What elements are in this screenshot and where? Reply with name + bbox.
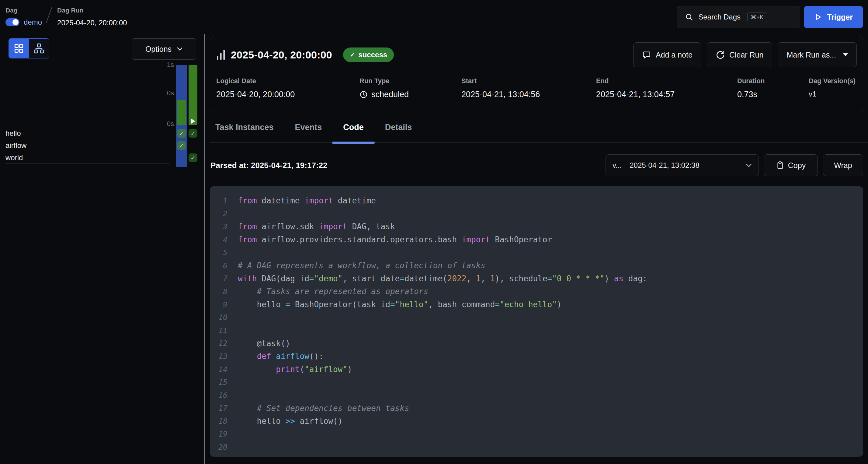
add-note-label: Add a note bbox=[656, 51, 692, 59]
task-label-world[interactable]: world bbox=[5, 154, 23, 162]
line-number: 16 bbox=[210, 391, 227, 400]
airflow-dag-run-page: Dag demo Dag Run 2025-04-20, 20:00:00 Se… bbox=[0, 0, 868, 464]
line-number: 5 bbox=[210, 248, 227, 257]
tab-code[interactable]: Code bbox=[343, 114, 364, 143]
code-line: 5 bbox=[210, 246, 863, 259]
task-instance-square-hello[interactable]: ✓ bbox=[189, 129, 197, 138]
duration-axis-label: 1s bbox=[161, 61, 174, 69]
breadcrumb: Dag demo Dag Run 2025-04-20, 20:00:00 bbox=[5, 4, 127, 34]
line-number: 7 bbox=[210, 274, 227, 283]
dag-code-block[interactable]: 1from datetime import datetime23from air… bbox=[210, 186, 863, 457]
line-number: 20 bbox=[210, 443, 227, 452]
dag-run-header-panel: 2025-04-20, 20:00:00 ✓ success Add a not… bbox=[210, 36, 863, 113]
line-number: 17 bbox=[210, 404, 227, 412]
wrap-label: Wrap bbox=[834, 161, 852, 170]
line-number: 13 bbox=[210, 352, 227, 361]
duration-axis-label: 0s bbox=[161, 89, 174, 97]
search-icon bbox=[685, 13, 693, 21]
meta-value: 0.73s bbox=[737, 90, 809, 99]
dag-run-breadcrumb-value: 2025-04-20, 20:00:00 bbox=[57, 19, 127, 27]
add-note-button[interactable]: Add a note bbox=[633, 42, 701, 67]
line-number: 6 bbox=[210, 261, 227, 270]
line-number: 11 bbox=[210, 326, 227, 335]
line-number: 15 bbox=[210, 378, 227, 387]
code-line: 4from airflow.providers.standard.operato… bbox=[210, 233, 863, 246]
run-meta: Logical Date2025-04-20, 20:00:00Run Type… bbox=[216, 77, 857, 99]
code-line: 15 bbox=[210, 376, 863, 389]
task-instance-square-hello[interactable]: ✓ bbox=[177, 129, 186, 138]
code-line: 10 bbox=[210, 311, 863, 324]
tab-details[interactable]: Details bbox=[385, 114, 412, 143]
mark-run-as-button[interactable]: Mark Run as... bbox=[778, 42, 857, 67]
code-line: 13 def airflow(): bbox=[210, 350, 863, 363]
toggle-knob bbox=[12, 19, 19, 25]
search-dags-button[interactable]: Search Dags ⌘+K bbox=[677, 6, 800, 28]
line-number: 19 bbox=[210, 430, 227, 438]
clock-icon bbox=[360, 90, 368, 99]
search-shortcut-kbd: ⌘+K bbox=[747, 12, 767, 22]
dag-version-select[interactable]: v... 2025-04-21, 13:02:38 bbox=[606, 154, 759, 176]
run-meta-field: End2025-04-21, 13:04:57 bbox=[596, 77, 737, 99]
meta-label: Duration bbox=[737, 77, 809, 85]
refresh-icon bbox=[716, 50, 725, 59]
tab-task-instances[interactable]: Task Instances bbox=[215, 114, 274, 143]
code-line: 9 hello = BashOperator(task_id="hello", … bbox=[210, 298, 863, 311]
task-row-separator bbox=[5, 139, 170, 139]
meta-label: Start bbox=[461, 77, 596, 85]
meta-label: Logical Date bbox=[216, 77, 360, 85]
clear-run-button[interactable]: Clear Run bbox=[707, 42, 773, 67]
dag-breadcrumb-label: Dag bbox=[5, 4, 42, 14]
dag-name-link[interactable]: demo bbox=[24, 18, 42, 27]
run-marker-play-icon bbox=[191, 119, 195, 124]
code-line: 3from airflow.sdk import DAG, task bbox=[210, 220, 863, 233]
dag-pause-toggle[interactable] bbox=[5, 18, 20, 26]
line-number: 8 bbox=[210, 287, 227, 296]
caret-down-icon bbox=[843, 53, 848, 56]
line-number: 1 bbox=[210, 196, 227, 205]
run-meta-field: Duration0.73s bbox=[737, 77, 809, 99]
grid-sidebar: Options 1s0s0shelloairflowworld✓✓✓✓ bbox=[0, 34, 205, 464]
meta-value: 2025-04-20, 20:00:00 bbox=[216, 90, 360, 99]
play-icon bbox=[814, 13, 822, 21]
meta-label: End bbox=[596, 77, 737, 85]
panel-divider[interactable] bbox=[205, 34, 205, 464]
code-toolbar: Parsed at: 2025-04-21, 19:17:22 v... 202… bbox=[210, 154, 863, 176]
code-line: 2 bbox=[210, 207, 863, 221]
trigger-label: Trigger bbox=[827, 13, 853, 22]
run-meta-field: Logical Date2025-04-20, 20:00:00 bbox=[216, 77, 360, 99]
dag-run-main: 2025-04-20, 20:00:00 ✓ success Add a not… bbox=[210, 34, 863, 464]
meta-value: v1 bbox=[809, 90, 856, 98]
version-truncated: v... bbox=[613, 161, 622, 170]
line-number: 12 bbox=[210, 339, 227, 348]
run-title: 2025-04-20, 20:00:00 bbox=[231, 49, 332, 61]
code-line: 8 # Tasks are represented as operators bbox=[210, 285, 863, 298]
meta-value: 2025-04-21, 13:04:56 bbox=[461, 90, 596, 99]
task-instance-square-world[interactable]: ✓ bbox=[189, 153, 197, 162]
task-label-hello[interactable]: hello bbox=[5, 129, 21, 137]
chevron-down-icon bbox=[746, 164, 752, 168]
run-meta-field: Run Typescheduled bbox=[360, 77, 461, 99]
task-row-separator bbox=[5, 151, 170, 151]
meta-label: Dag Version(s) bbox=[809, 77, 856, 85]
trigger-button[interactable]: Trigger bbox=[804, 6, 863, 28]
dag-run-breadcrumb-label: Dag Run bbox=[57, 4, 127, 14]
line-number: 3 bbox=[210, 222, 227, 231]
tab-events[interactable]: Events bbox=[295, 114, 322, 143]
wrap-button[interactable]: Wrap bbox=[823, 154, 863, 176]
clipboard-icon bbox=[776, 161, 784, 170]
copy-button[interactable]: Copy bbox=[764, 154, 818, 176]
task-instance-square-airflow[interactable]: ✓ bbox=[177, 141, 186, 150]
code-line: 14 print("airflow") bbox=[210, 363, 863, 376]
run-duration-bar[interactable] bbox=[177, 100, 186, 125]
code-line: 11 bbox=[210, 324, 863, 337]
task-label-airflow[interactable]: airflow bbox=[5, 142, 27, 149]
line-number: 10 bbox=[210, 313, 227, 322]
line-number: 2 bbox=[210, 209, 227, 218]
meta-value: scheduled bbox=[360, 90, 461, 99]
meta-label: Run Type bbox=[360, 77, 461, 85]
tabs: Task InstancesEventsCodeDetails bbox=[210, 113, 868, 143]
line-number: 14 bbox=[210, 365, 227, 374]
bar-chart-icon bbox=[216, 49, 226, 60]
run-duration-bar[interactable] bbox=[189, 65, 197, 125]
line-number: 4 bbox=[210, 235, 227, 244]
